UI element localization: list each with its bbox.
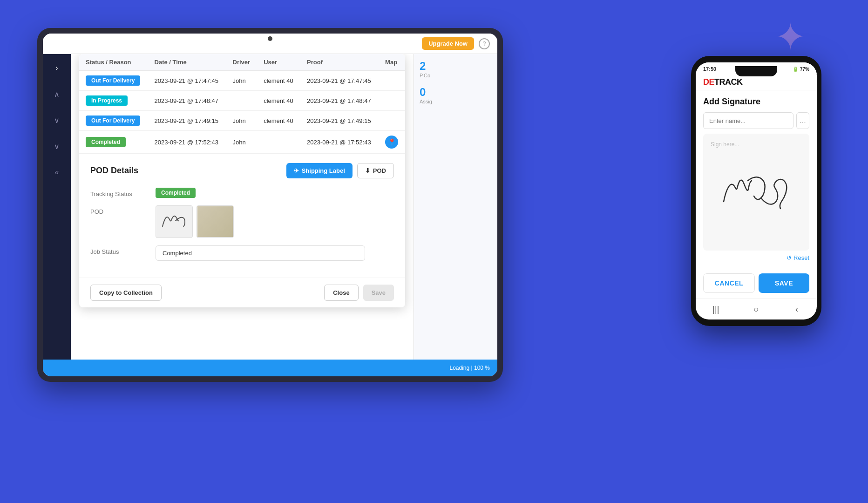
reset-button[interactable]: ↺ Reset [787,254,809,261]
modal-footer: Copy to Collection Close Save [79,278,405,307]
status-cell: Out For Delivery [79,111,148,131]
status-cell: Out For Delivery [79,71,148,91]
datetime-cell: 2023-09-21 @ 17:47:45 [148,71,226,91]
pod-actions: ✈ Shipping Label ⬇ POD [286,163,394,178]
sidebar-chevron-down-1[interactable]: ∨ [48,112,65,129]
phone-cancel-button[interactable]: CANCEL [703,273,755,293]
sign-placeholder-text: Sign here... [711,141,739,148]
col-driver: Driver [226,54,258,71]
status-history-table: Status / Reason Date / Time Driver User … [79,54,405,154]
user-cell: clement 40 [257,91,300,111]
right-panel: 2 P.Co 0 Assig [414,54,497,360]
user-cell: clement 40 [257,111,300,131]
tablet-device: Upgrade Now ? › ∧ ∨ ∨ « All [37,28,503,382]
copy-to-collection-button[interactable]: Copy to Collection [90,285,162,301]
bottom-bar-text: Loading | 100 % [449,365,490,371]
pod-signature-image[interactable] [156,205,193,238]
battery-icon: 🔋 [793,67,798,72]
phone-save-button[interactable]: SAVE [759,273,809,293]
proof-cell: 2023-09-21 @ 17:52:43 [300,131,379,154]
datetime-cell: 2023-09-21 @ 17:48:47 [148,91,226,111]
pod-images-container [156,205,394,238]
sidebar-chevron-right[interactable]: › [48,60,65,76]
pod-details-section: POD Details ✈ Shipping Label ⬇ [79,154,405,278]
job-status-field: Job Status [90,245,394,261]
sidebar-double-chevron[interactable]: « [48,164,65,181]
photo-thumbnail [197,206,233,237]
pod-title: POD Details [90,166,138,176]
sidebar: › ∧ ∨ ∨ « [43,54,71,360]
battery-level: 77% [800,67,809,72]
driver-cell: John [226,71,258,91]
driver-cell [226,91,258,111]
proof-cell: 2023-09-21 @ 17:47:45 [300,71,379,91]
pod-photo-image[interactable] [197,205,234,238]
modal-footer-right: Close Save [324,285,394,301]
right-count-1: 2 [420,60,492,73]
phone-screen: 17:50 🔋 77% DETRACK Add Signature ... Si… [696,62,817,319]
table-row: Out For Delivery 2023-09-21 @ 17:49:15 J… [79,111,405,131]
help-icon[interactable]: ? [479,38,490,49]
proof-cell: 2023-09-21 @ 17:48:47 [300,91,379,111]
reset-label: Reset [793,254,809,261]
right-count-2: 0 [420,86,492,99]
save-button[interactable]: Save [363,285,394,301]
datetime-cell: 2023-09-21 @ 17:52:43 [148,131,226,154]
phone-footer: CANCEL SAVE [696,270,817,299]
tracking-status-label: Tracking Status [90,188,156,197]
status-detail-modal: Status / Reason Date / Time Driver User … [79,54,405,307]
status-cell: Completed [79,131,148,154]
proof-cell: 2023-09-21 @ 17:49:15 [300,111,379,131]
pod-button[interactable]: ⬇ POD [357,163,394,178]
signature-area[interactable]: Sign here... [703,134,809,251]
right-label-2: Assig [420,99,492,104]
reset-icon: ↺ [787,254,792,261]
signature-svg [158,208,190,236]
tracking-status-badge: Completed [156,188,196,198]
name-dots-button[interactable]: ... [796,112,809,129]
driver-cell: John [226,131,258,154]
job-status-input[interactable] [156,245,365,261]
table-row: Out For Delivery 2023-09-21 @ 17:47:45 J… [79,71,405,91]
tablet-screen: Upgrade Now ? › ∧ ∨ ∨ « All [43,34,497,376]
map-cell [379,111,405,131]
col-user: User [257,54,300,71]
phone-body: Add Signature ... Sign here... ↺ [696,90,817,270]
status-badge-completed: Completed [86,137,126,147]
phone-nav-menu[interactable]: ||| [709,303,722,316]
datetime-cell: 2023-09-21 @ 17:49:15 [148,111,226,131]
status-badge-progress: In Progress [86,95,128,106]
job-status-label: Job Status [90,245,156,255]
user-cell: clement 40 [257,71,300,91]
name-input[interactable] [703,112,793,129]
user-cell [257,131,300,154]
phone-nav-back[interactable]: ‹ [790,303,803,316]
map-cell [379,91,405,111]
pod-images-label: POD [90,205,156,215]
add-signature-title: Add Signature [703,97,809,107]
upgrade-button[interactable]: Upgrade Now [422,37,474,50]
content-row: All [71,54,497,360]
map-pin-icon[interactable]: 📍 [385,136,398,149]
right-label-1: P.Co [420,73,492,78]
tablet-content-area: › ∧ ∨ ∨ « All [43,54,497,360]
sidebar-chevron-up[interactable]: ∧ [48,86,65,102]
modal-overlay: Status / Reason Date / Time Driver User … [71,54,414,360]
name-input-row: ... [703,112,809,129]
col-status: Status / Reason [79,54,148,71]
phone-notch [735,66,777,76]
close-button[interactable]: Close [324,285,358,301]
sidebar-chevron-down-2[interactable]: ∨ [48,138,65,155]
signature-drawing [714,164,798,220]
detrack-logo: DETRACK [703,77,809,87]
tracking-status-value: Completed [156,188,394,198]
status-cell: In Progress [79,91,148,111]
job-status-value-container [156,245,394,261]
phone-device: 17:50 🔋 77% DETRACK Add Signature ... Si… [691,56,821,326]
shipping-label-text: Shipping Label [302,167,345,174]
table-area: All [71,54,414,360]
table-row: In Progress 2023-09-21 @ 17:48:47 clemen… [79,91,405,111]
phone-nav-home[interactable]: ○ [750,303,763,316]
phone-time: 17:50 [703,66,716,72]
shipping-label-button[interactable]: ✈ Shipping Label [286,163,353,178]
